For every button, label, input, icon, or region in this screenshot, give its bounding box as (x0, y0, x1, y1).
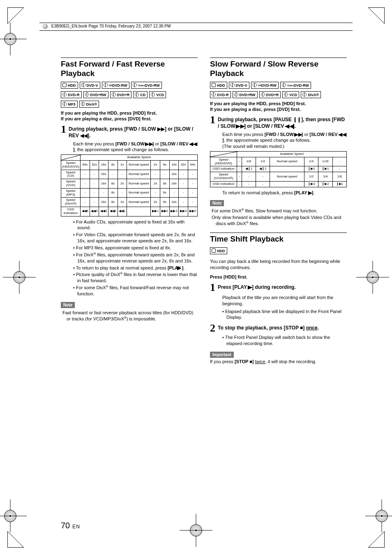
ffwd-step1-sub: Each time you press [FWD / SLOW ▶▶] or [… (73, 141, 198, 153)
ts-step1-sub: Playback of the title you are recording … (222, 295, 347, 307)
ffwd-step1-text: During playback, press [FWD / SLOW ▶▶] o… (69, 124, 198, 139)
badge-hdd: HDD (61, 82, 78, 89)
timeshift-intro: You can play back a title being recorded… (210, 258, 347, 271)
slow-note-tag: Note (210, 200, 224, 206)
badge-vcd-2: VCD (282, 91, 299, 98)
slow-step1-sub: Each time you press [FWD / SLOW ▶▶] or [… (222, 131, 347, 150)
ffwd-speed-table: Available Speed Speed (HDD/DVD) 64x32x16… (61, 154, 198, 216)
header-bar: E3B90ED_EN.book Page 70 Friday, February… (39, 23, 353, 31)
badge-vcd: VCD (149, 91, 166, 98)
ts-step2-text: To stop the playback, press [STOP ■] onc… (218, 323, 347, 331)
slow-return: To return to normal playback, press [PLA… (222, 190, 347, 196)
reg-cross-tl (0, 25, 25, 53)
badge-dvd-prw: DVD+RW (83, 91, 108, 98)
reg-mark-bl (7, 531, 24, 548)
reg-cross-ml (5, 263, 34, 292)
timeshift-title: Time Shift Playback (210, 235, 347, 244)
badge-mp3: MP3 (61, 101, 78, 108)
badge-dvd-v-2: DVD-V (229, 82, 249, 89)
badge-dvd-r: DVD-R (61, 91, 82, 98)
ts-important-body: If you press [STOP ■] twice, it will sto… (210, 359, 347, 365)
ts-step1-num: 1 (210, 282, 215, 293)
ts-step2-num: 2 (210, 323, 215, 334)
badge-divx: DivX® (79, 101, 99, 108)
header-bullet-icon (43, 24, 48, 29)
badge-dvd-r-2: DVD-R (210, 91, 231, 98)
badge-dvd-v: DVD-V (80, 82, 100, 89)
ffwd-note-body: Fast forward or fast reverse playback ac… (61, 310, 198, 322)
badge-hdd-2: HDD (210, 82, 227, 89)
ffwd-step1-num: 1 (61, 124, 66, 135)
reg-cross-bl (0, 502, 25, 530)
reg-cross-bc (182, 516, 210, 545)
slow-step1-text: During playback, press [PAUSE ❙❙], then … (218, 115, 347, 129)
reg-mark-tr (368, 7, 385, 24)
ffwd-bullets: For Audio CDs, approximate speed is fixe… (73, 219, 198, 297)
left-column: Fast Forward / Fast Reverse Playback HDD… (61, 58, 198, 365)
ts-important-tag: Important (210, 352, 234, 358)
reg-cross-mr (358, 263, 387, 292)
reg-cross-br (367, 502, 392, 530)
badge-dvd-rw-vr: VRDVD-RW (102, 82, 129, 89)
page-number: 70EN (61, 521, 80, 530)
ts-step1-bullet: Elapsed playback time will be displayed … (222, 309, 347, 321)
badge-dvd-prw-2: DVD+RW (233, 91, 258, 98)
badge-hdd-3: HDD (210, 247, 227, 254)
timeshift-press-first: Press [HDD] first. (210, 274, 347, 280)
badge-divx-2: DivX® (301, 91, 321, 98)
slow-intro: If you are playing the HDD, press [HDD] … (210, 101, 347, 113)
badge-dvd-pr: DVD+R (110, 91, 132, 98)
badge-cd: CD (133, 91, 148, 98)
badge-dvd-pr-2: DVD+R (259, 91, 281, 98)
header-file-info: E3B90ED_EN.book Page 70 Friday, February… (51, 24, 171, 28)
ffwd-note-tag: Note (61, 302, 75, 308)
slow-step1-num: 1 (210, 115, 215, 125)
reg-mark-tl (7, 7, 24, 24)
ts-step2-bullet: The Front Panel Display will switch back… (222, 334, 347, 347)
slow-speed-table: Available Speed Speed (HDD/DVD) -1/81/2N… (210, 151, 347, 187)
ts-step1-text: Press [PLAY ▶] during recording. (218, 282, 347, 290)
reg-mark-br (368, 531, 385, 548)
right-column: Slow Forward / Slow Reverse Playback HDD… (210, 58, 347, 365)
slow-title: Slow Forward / Slow Reverse Playback (210, 60, 347, 78)
badge-dvd-rw-video: VideoDVD-RW (131, 82, 162, 89)
ffwd-intro: If you are playing the HDD, press [HDD] … (61, 110, 198, 122)
badge-dvd-rw-video-2: VideoDVD-RW (280, 82, 311, 89)
ffwd-badges: HDD DVD-V VRDVD-RW VideoDVD-RW (61, 82, 198, 89)
slow-note-body: For some DivX® files, Slow forward may n… (210, 208, 347, 227)
ffwd-title: Fast Forward / Fast Reverse Playback (61, 60, 198, 78)
badge-dvd-rw-vr-2: VRDVD-RW (251, 82, 279, 89)
